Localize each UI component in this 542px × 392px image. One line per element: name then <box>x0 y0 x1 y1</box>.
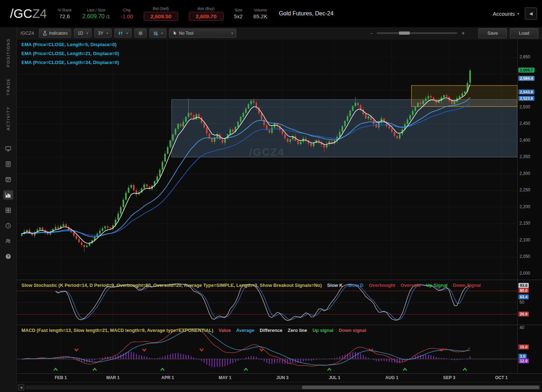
price-badge: 2,609.7 <box>518 68 534 73</box>
sidebar-tab-activity[interactable]: ACTIVITY <box>6 101 10 136</box>
accounts-dropdown[interactable]: Accounts ▾ <box>493 11 519 17</box>
breakout-box <box>412 85 517 107</box>
ask-buy-button[interactable]: 2,609.70 <box>189 12 223 21</box>
legend-item[interactable]: Average <box>236 328 254 333</box>
indicators-label: Indicators <box>49 31 68 36</box>
time-axis-label[interactable]: SEP 3 <box>438 375 460 380</box>
time-axis-label[interactable]: JUL 1 <box>324 375 345 380</box>
zoom-slider-thumb[interactable] <box>399 31 410 35</box>
legend-item[interactable]: Difference <box>260 328 282 333</box>
macd-title[interactable]: MACD (Fast length=13, Slow length=21, MA… <box>21 328 213 333</box>
macd-axis[interactable]: 4015.03.012.0 <box>517 325 542 373</box>
load-button[interactable]: Load <box>510 28 538 38</box>
legend-item[interactable]: Value <box>218 328 231 333</box>
sidebar-tab-positions[interactable]: POSITIONS <box>6 33 10 73</box>
legend-item[interactable]: Overbought <box>369 283 395 288</box>
collapse-panel-button[interactable]: ◀ <box>525 8 537 20</box>
chevron-down-icon: ▾ <box>231 31 233 35</box>
range-dropdown[interactable]: 3Y ▾ <box>94 29 112 38</box>
indicators-button[interactable]: Indicators <box>39 29 71 38</box>
price-axis-label: 2,200 <box>519 204 530 209</box>
chart-icon[interactable] <box>3 190 13 200</box>
ema5-legend-item[interactable]: EMA (Price=CLOSE, Length=5, Displace=0) <box>21 42 119 47</box>
last-size-label: Last / Size <box>87 8 105 12</box>
up-signal-arrow <box>463 368 467 371</box>
scrollbar-thumb[interactable] <box>302 386 539 389</box>
up-signal-arrow <box>93 368 97 371</box>
last-size-stat: Last / Size 2,609.70 /1 <box>82 8 110 20</box>
zoom-control: - + <box>370 30 465 36</box>
bid-sell-button[interactable]: 2,609.50 <box>144 12 178 21</box>
history-icon[interactable] <box>3 221 13 230</box>
legend-item[interactable]: Slow K <box>327 283 343 288</box>
help-icon[interactable]: ? <box>3 252 13 261</box>
bid-label: Bid (Sell) <box>153 6 169 11</box>
up-signal-arrow <box>244 368 248 371</box>
price-axis[interactable]: 2,6502,5002,4502,4002,3502,3002,2502,200… <box>517 39 542 280</box>
macd-axis-value: 15.0 <box>518 344 529 349</box>
price-chart-canvas[interactable] <box>17 39 517 280</box>
legend-item[interactable]: Oversold <box>400 283 420 288</box>
header-right: Accounts ▾ ◀ <box>493 8 537 20</box>
macd-axis-value: 12.0 <box>518 358 529 363</box>
stochastic-axis-value: 63.4 <box>518 294 529 299</box>
price-badge: 2,584.4 <box>518 76 534 81</box>
chart-settings-button[interactable] <box>134 29 147 38</box>
time-axis[interactable]: FEB 1MAR 1APR 1MAY 1JUN 3JUL 1AUG 1SEP 3… <box>17 373 542 382</box>
price-axis-label: 2,300 <box>519 171 530 176</box>
chart-watermark: /GCZ4 <box>249 146 284 158</box>
time-axis-label[interactable]: OCT 1 <box>491 375 512 380</box>
zoom-slider[interactable] <box>377 32 457 34</box>
sidebar-tab-trade[interactable]: TRADE <box>6 73 10 101</box>
time-axis-label[interactable]: AUG 1 <box>381 375 403 380</box>
legend-item[interactable]: Up signal <box>312 328 334 333</box>
layout-dropdown[interactable]: ▾ <box>149 29 167 38</box>
svg-text:?: ? <box>7 255 9 259</box>
chg-value: -1.00 <box>121 13 133 19</box>
size-stat: Size 5x2 <box>234 8 243 19</box>
calendar-icon[interactable] <box>3 175 13 184</box>
legend-item[interactable]: Up Signal <box>426 283 448 288</box>
legend-item[interactable]: Down Signal <box>453 283 481 288</box>
macd-label-row: MACD (Fast length=13, Slow length=21, MA… <box>21 327 517 333</box>
product-name: Gold Futures, Dec-24 <box>279 10 334 17</box>
time-axis-label[interactable]: APR 1 <box>157 375 178 380</box>
time-axis-label[interactable]: MAR 1 <box>102 375 124 380</box>
slow-k-line <box>55 284 470 321</box>
ema34-legend-item[interactable]: EMA (Price=CLOSE, Length=34, Displace=0) <box>21 60 119 65</box>
legend-item[interactable]: Down signal <box>339 328 366 333</box>
slow-d-line <box>55 284 470 320</box>
chart-scrollbar-row: ◀ <box>17 382 542 392</box>
quote-header: /GCZ4 IV Rank 72.6 Last / Size 2,609.70 … <box>0 0 542 27</box>
price-axis-label: 2,500 <box>519 104 530 109</box>
price-badge: 2,523.8 <box>518 96 534 101</box>
zoom-in-button[interactable]: + <box>462 30 465 36</box>
timeframe-dropdown[interactable]: 1D ▾ <box>74 29 92 38</box>
size-value: 5x2 <box>234 13 243 19</box>
toolbar-symbol-label: /GCZ4 <box>20 30 34 36</box>
stochastic-title[interactable]: Slow Stochastic (K Period=14, D Period=9… <box>21 283 322 288</box>
scroll-left-button[interactable]: ◀ <box>18 384 24 391</box>
ask-stat: Ask (Buy) 2,609.70 <box>189 6 223 21</box>
price-chart-region: EMA (Price=CLOSE, Length=5, Displace=0) … <box>17 39 542 280</box>
chevron-down-icon: ▾ <box>107 31 108 35</box>
layout-icon <box>153 31 158 36</box>
ema21-legend-item[interactable]: EMA (Price=CLOSE, Length=21, Displace=0) <box>21 51 119 56</box>
time-axis-label[interactable]: MAY 1 <box>214 375 236 380</box>
bid-stat: Bid (Sell) 2,609.50 <box>144 6 178 21</box>
time-axis-label[interactable]: JUN 3 <box>272 375 293 380</box>
ledger-icon[interactable] <box>3 160 13 169</box>
stochastic-axis[interactable]: 93.680.063.45020.0 <box>517 280 542 325</box>
time-axis-label[interactable]: FEB 1 <box>50 375 72 380</box>
zoom-out-button[interactable]: - <box>370 30 372 36</box>
save-button[interactable]: Save <box>478 28 507 38</box>
grid-icon[interactable] <box>3 206 13 215</box>
legend-item[interactable]: Slow D <box>348 283 363 288</box>
scrollbar-track[interactable] <box>25 385 541 389</box>
community-icon[interactable] <box>3 236 13 246</box>
monitor-icon[interactable] <box>3 144 13 153</box>
drawing-tool-dropdown[interactable]: No Tool ▾ <box>169 29 236 38</box>
chart-type-dropdown[interactable]: ▾ <box>114 29 132 38</box>
ema-legend: EMA (Price=CLOSE, Length=5, Displace=0) … <box>21 42 119 69</box>
legend-item[interactable]: Zero line <box>288 328 307 333</box>
